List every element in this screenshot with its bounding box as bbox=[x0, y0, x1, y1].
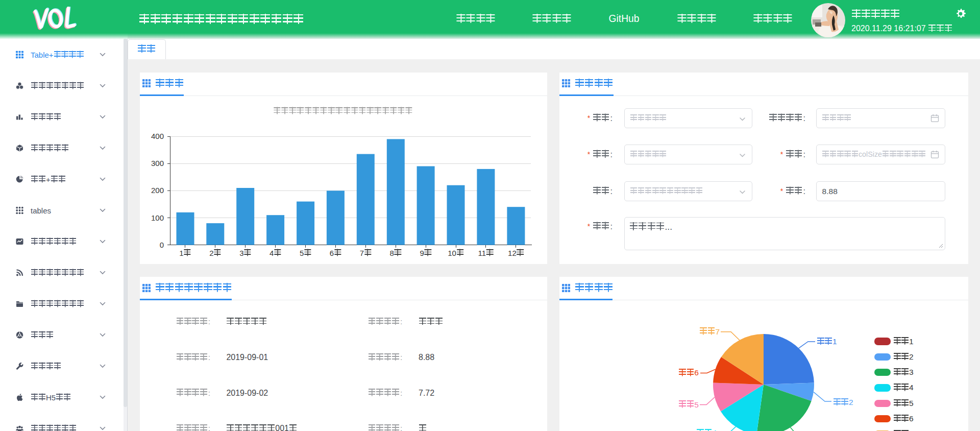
svg-text:300: 300 bbox=[151, 159, 164, 167]
svg-text:200: 200 bbox=[151, 186, 164, 195]
svg-text:400: 400 bbox=[151, 132, 164, 140]
svg-text:100: 100 bbox=[151, 213, 164, 222]
svg-text:0: 0 bbox=[160, 240, 164, 249]
